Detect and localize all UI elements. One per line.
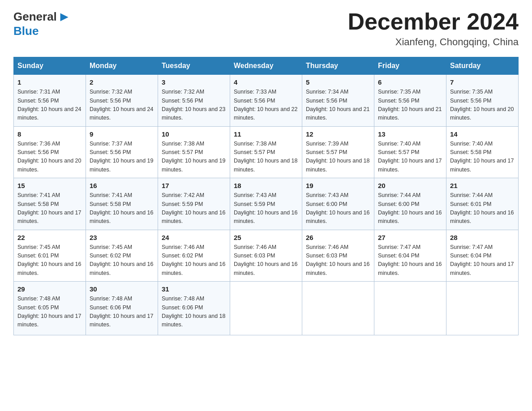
calendar-cell: 23Sunrise: 7:45 AMSunset: 6:02 PMDayligh… <box>86 230 158 282</box>
day-number: 3 <box>162 78 226 86</box>
calendar-header-row: SundayMondayTuesdayWednesdayThursdayFrid… <box>14 57 519 75</box>
day-info: Sunrise: 7:35 AMSunset: 5:56 PMDaylight:… <box>450 88 515 123</box>
day-number: 8 <box>17 130 82 138</box>
calendar-cell: 16Sunrise: 7:41 AMSunset: 5:58 PMDayligh… <box>86 178 158 230</box>
day-info: Sunrise: 7:48 AMSunset: 6:05 PMDaylight:… <box>17 295 82 330</box>
day-number: 18 <box>234 182 298 189</box>
day-info: Sunrise: 7:44 AMSunset: 6:00 PMDaylight:… <box>378 191 442 226</box>
calendar-cell: 26Sunrise: 7:46 AMSunset: 6:03 PMDayligh… <box>302 230 374 282</box>
day-info: Sunrise: 7:37 AMSunset: 5:56 PMDaylight:… <box>90 140 154 175</box>
day-number: 28 <box>450 234 515 241</box>
calendar-cell: 9Sunrise: 7:37 AMSunset: 5:56 PMDaylight… <box>86 126 158 178</box>
day-number: 10 <box>162 130 226 138</box>
logo-arrow-icon: ► <box>58 9 71 24</box>
calendar-cell: 4Sunrise: 7:33 AMSunset: 5:56 PMDaylight… <box>230 75 302 127</box>
week-row-1: 1Sunrise: 7:31 AMSunset: 5:56 PMDaylight… <box>14 75 519 127</box>
calendar-cell: 15Sunrise: 7:41 AMSunset: 5:58 PMDayligh… <box>14 178 86 230</box>
calendar-cell: 21Sunrise: 7:44 AMSunset: 6:01 PMDayligh… <box>446 178 519 230</box>
calendar-cell <box>374 282 446 335</box>
day-info: Sunrise: 7:39 AMSunset: 5:57 PMDaylight:… <box>306 140 370 175</box>
header-saturday: Saturday <box>446 57 519 75</box>
day-number: 22 <box>17 234 82 241</box>
day-info: Sunrise: 7:46 AMSunset: 6:03 PMDaylight:… <box>306 243 370 278</box>
calendar-cell: 29Sunrise: 7:48 AMSunset: 6:05 PMDayligh… <box>14 282 86 335</box>
week-row-3: 15Sunrise: 7:41 AMSunset: 5:58 PMDayligh… <box>14 178 519 230</box>
calendar-cell: 13Sunrise: 7:40 AMSunset: 5:57 PMDayligh… <box>374 126 446 178</box>
day-number: 29 <box>17 285 82 293</box>
day-number: 20 <box>378 182 442 189</box>
day-info: Sunrise: 7:47 AMSunset: 6:04 PMDaylight:… <box>450 243 515 278</box>
calendar-cell: 6Sunrise: 7:35 AMSunset: 5:56 PMDaylight… <box>374 75 446 127</box>
calendar-cell: 27Sunrise: 7:47 AMSunset: 6:04 PMDayligh… <box>374 230 446 282</box>
day-info: Sunrise: 7:48 AMSunset: 6:06 PMDaylight:… <box>90 295 154 330</box>
calendar-cell: 28Sunrise: 7:47 AMSunset: 6:04 PMDayligh… <box>446 230 519 282</box>
day-info: Sunrise: 7:47 AMSunset: 6:04 PMDaylight:… <box>378 243 442 278</box>
day-info: Sunrise: 7:44 AMSunset: 6:01 PMDaylight:… <box>450 191 515 226</box>
calendar-cell: 8Sunrise: 7:36 AMSunset: 5:56 PMDaylight… <box>14 126 86 178</box>
page-header: General ► Blue December 2024 Xianfeng, C… <box>13 9 519 48</box>
day-number: 5 <box>306 78 370 86</box>
day-number: 27 <box>378 234 442 241</box>
day-number: 2 <box>90 78 154 86</box>
day-info: Sunrise: 7:32 AMSunset: 5:56 PMDaylight:… <box>162 88 226 123</box>
week-row-4: 22Sunrise: 7:45 AMSunset: 6:01 PMDayligh… <box>14 230 519 282</box>
header-friday: Friday <box>374 57 446 75</box>
day-number: 7 <box>450 78 515 86</box>
location-title: Xianfeng, Chongqing, China <box>348 36 519 48</box>
day-info: Sunrise: 7:45 AMSunset: 6:02 PMDaylight:… <box>90 243 154 278</box>
day-number: 6 <box>378 78 442 86</box>
day-number: 11 <box>234 130 298 138</box>
day-number: 17 <box>162 182 226 189</box>
day-number: 23 <box>90 234 154 241</box>
day-info: Sunrise: 7:33 AMSunset: 5:56 PMDaylight:… <box>234 88 298 123</box>
day-info: Sunrise: 7:41 AMSunset: 5:58 PMDaylight:… <box>90 191 154 226</box>
day-info: Sunrise: 7:46 AMSunset: 6:03 PMDaylight:… <box>234 243 298 278</box>
week-row-5: 29Sunrise: 7:48 AMSunset: 6:05 PMDayligh… <box>14 282 519 335</box>
day-info: Sunrise: 7:38 AMSunset: 5:57 PMDaylight:… <box>162 140 226 175</box>
day-number: 15 <box>17 182 82 189</box>
calendar-cell: 1Sunrise: 7:31 AMSunset: 5:56 PMDaylight… <box>14 75 86 127</box>
day-info: Sunrise: 7:46 AMSunset: 6:02 PMDaylight:… <box>162 243 226 278</box>
calendar-cell: 25Sunrise: 7:46 AMSunset: 6:03 PMDayligh… <box>230 230 302 282</box>
calendar-cell: 31Sunrise: 7:48 AMSunset: 6:06 PMDayligh… <box>158 282 230 335</box>
day-number: 24 <box>162 234 226 241</box>
day-info: Sunrise: 7:45 AMSunset: 6:01 PMDaylight:… <box>17 243 82 278</box>
header-monday: Monday <box>86 57 158 75</box>
calendar-cell: 11Sunrise: 7:38 AMSunset: 5:57 PMDayligh… <box>230 126 302 178</box>
calendar-cell: 12Sunrise: 7:39 AMSunset: 5:57 PMDayligh… <box>302 126 374 178</box>
day-number: 26 <box>306 234 370 241</box>
calendar-cell: 30Sunrise: 7:48 AMSunset: 6:06 PMDayligh… <box>86 282 158 335</box>
day-info: Sunrise: 7:40 AMSunset: 5:57 PMDaylight:… <box>378 140 442 175</box>
day-number: 31 <box>162 285 226 293</box>
day-number: 12 <box>306 130 370 138</box>
calendar-cell: 5Sunrise: 7:34 AMSunset: 5:56 PMDaylight… <box>302 75 374 127</box>
calendar-cell <box>230 282 302 335</box>
calendar-cell: 18Sunrise: 7:43 AMSunset: 5:59 PMDayligh… <box>230 178 302 230</box>
calendar-cell: 10Sunrise: 7:38 AMSunset: 5:57 PMDayligh… <box>158 126 230 178</box>
calendar-cell: 22Sunrise: 7:45 AMSunset: 6:01 PMDayligh… <box>14 230 86 282</box>
calendar-cell: 19Sunrise: 7:43 AMSunset: 6:00 PMDayligh… <box>302 178 374 230</box>
day-number: 14 <box>450 130 515 138</box>
header-sunday: Sunday <box>14 57 86 75</box>
day-info: Sunrise: 7:41 AMSunset: 5:58 PMDaylight:… <box>17 191 82 226</box>
calendar-cell <box>302 282 374 335</box>
day-info: Sunrise: 7:43 AMSunset: 5:59 PMDaylight:… <box>234 191 298 226</box>
calendar-cell <box>446 282 519 335</box>
day-number: 30 <box>90 285 154 293</box>
logo: General ► Blue <box>13 9 72 38</box>
day-number: 25 <box>234 234 298 241</box>
day-info: Sunrise: 7:32 AMSunset: 5:56 PMDaylight:… <box>90 88 154 123</box>
day-info: Sunrise: 7:35 AMSunset: 5:56 PMDaylight:… <box>378 88 442 123</box>
day-number: 16 <box>90 182 154 189</box>
title-block: December 2024 Xianfeng, Chongqing, China <box>348 9 519 48</box>
calendar-cell: 17Sunrise: 7:42 AMSunset: 5:59 PMDayligh… <box>158 178 230 230</box>
calendar-cell: 20Sunrise: 7:44 AMSunset: 6:00 PMDayligh… <box>374 178 446 230</box>
calendar-cell: 24Sunrise: 7:46 AMSunset: 6:02 PMDayligh… <box>158 230 230 282</box>
day-info: Sunrise: 7:36 AMSunset: 5:56 PMDaylight:… <box>17 140 82 175</box>
day-number: 13 <box>378 130 442 138</box>
calendar-table: SundayMondayTuesdayWednesdayThursdayFrid… <box>13 57 519 335</box>
day-number: 21 <box>450 182 515 189</box>
day-info: Sunrise: 7:34 AMSunset: 5:56 PMDaylight:… <box>306 88 370 123</box>
day-info: Sunrise: 7:43 AMSunset: 6:00 PMDaylight:… <box>306 191 370 226</box>
calendar-cell: 2Sunrise: 7:32 AMSunset: 5:56 PMDaylight… <box>86 75 158 127</box>
